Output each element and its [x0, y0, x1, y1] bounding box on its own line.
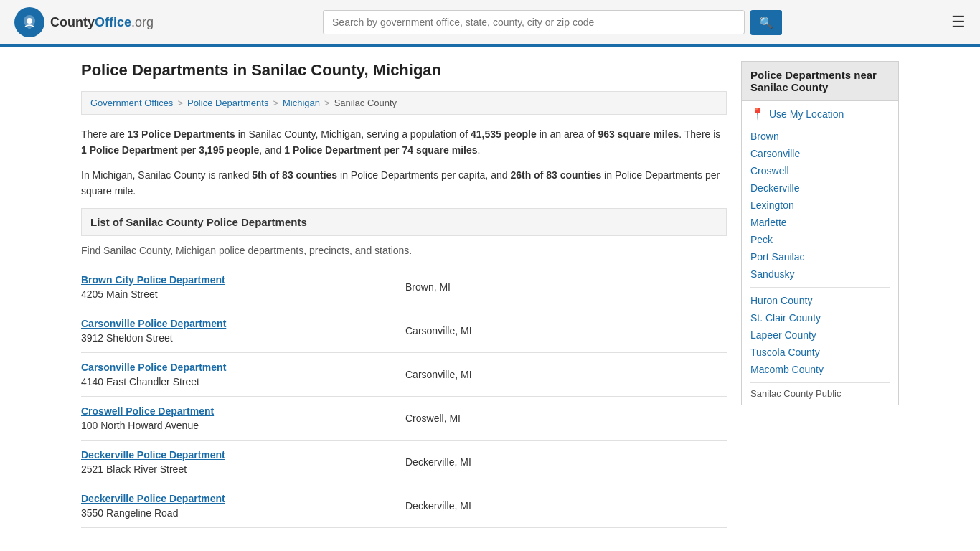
dept-entry: Croswell Police Department 100 North How…	[81, 397, 727, 441]
sidebar: Police Departments near Sanilac County 📍…	[741, 61, 899, 528]
breadcrumb-sep-3: >	[324, 98, 330, 108]
logo-office: Office	[95, 15, 131, 29]
dept-name-5[interactable]: Deckerville Police Department	[81, 493, 402, 504]
search-area: 🔍	[323, 10, 782, 35]
sidebar-link-port-sanilac[interactable]: Port Sanilac	[750, 248, 890, 265]
sidebar-link-brown[interactable]: Brown	[750, 128, 890, 145]
svg-point-1	[27, 18, 32, 24]
sidebar-link-st-clair-county[interactable]: St. Clair County	[750, 309, 890, 326]
sidebar-link-macomb-county[interactable]: Macomb County	[750, 361, 890, 378]
dept-city-0: Brown, MI	[405, 274, 727, 300]
logo-icon	[14, 7, 44, 37]
dept-entry: Deckerville Police Department 2521 Black…	[81, 441, 727, 484]
sidebar-content: 📍 Use My Location Brown Carsonville Cros…	[741, 101, 899, 405]
stat-rank-sqmile: 26th of 83 counties	[510, 169, 601, 181]
hamburger-icon: ☰	[951, 13, 966, 31]
sidebar-title-line1: Police Departments near	[750, 69, 877, 81]
menu-button[interactable]: ☰	[951, 13, 966, 32]
dept-name-0[interactable]: Brown City Police Department	[81, 274, 402, 286]
use-location-label: Use My Location	[769, 108, 844, 120]
sidebar-link-tuscola-county[interactable]: Tuscola County	[750, 344, 890, 361]
list-section-header: List of Sanilac County Police Department…	[81, 208, 727, 236]
sidebar-link-lexington[interactable]: Lexington	[750, 197, 890, 214]
page-title: Police Departments in Sanilac County, Mi…	[81, 61, 727, 80]
dept-address-3: 100 North Howard Avenue	[81, 420, 402, 431]
stat-per-person: 1 Police Department per 3,195 people	[81, 144, 259, 156]
main-container: Police Departments in Sanilac County, Mi…	[67, 47, 913, 542]
sidebar-bottom-label: Sanilac County Public	[750, 388, 841, 399]
dept-entry: Brown City Police Department 4205 Main S…	[81, 265, 727, 309]
use-my-location-link[interactable]: 📍 Use My Location	[750, 107, 890, 121]
stat-per-mile: 1 Police Department per 74 square miles	[284, 144, 477, 156]
dept-address-2: 4140 East Chandler Street	[81, 376, 402, 387]
dept-address-1: 3912 Sheldon Street	[81, 332, 402, 344]
dept-address-0: 4205 Main Street	[81, 288, 402, 300]
stat-rank-capita: 5th of 83 counties	[252, 169, 337, 181]
dept-address-4: 2521 Black River Street	[81, 463, 402, 475]
sidebar-link-marlette[interactable]: Marlette	[750, 214, 890, 231]
sidebar-divider-2	[750, 382, 890, 383]
logo-county: County	[50, 15, 95, 29]
dept-city-5: Deckerville, MI	[405, 493, 727, 519]
sidebar-link-peck[interactable]: Peck	[750, 231, 890, 248]
search-icon: 🔍	[759, 17, 773, 29]
sidebar-divider	[750, 287, 890, 288]
stat-count: 13 Police Departments	[128, 128, 235, 140]
logo-area: CountyOffice.org	[14, 7, 154, 37]
search-button[interactable]: 🔍	[750, 10, 782, 35]
dept-name-3[interactable]: Croswell Police Department	[81, 405, 402, 417]
dept-city-1: Carsonville, MI	[405, 318, 727, 344]
sidebar-link-croswell[interactable]: Croswell	[750, 162, 890, 179]
dept-name-1[interactable]: Carsonville Police Department	[81, 318, 402, 329]
dept-city-4: Deckerville, MI	[405, 449, 727, 475]
sidebar-link-lapeer-county[interactable]: Lapeer County	[750, 326, 890, 344]
dept-name-4[interactable]: Deckerville Police Department	[81, 449, 402, 461]
sidebar-link-huron-county[interactable]: Huron County	[750, 292, 890, 309]
list-description: Find Sanilac County, Michigan police dep…	[81, 236, 727, 265]
dept-city-2: Carsonville, MI	[405, 362, 727, 387]
sidebar-title: Police Departments near Sanilac County	[741, 61, 899, 101]
stat-population: 41,535 people	[471, 128, 537, 140]
dept-entry: Carsonville Police Department 4140 East …	[81, 353, 727, 397]
description-2: In Michigan, Sanilac County is ranked 5t…	[81, 167, 727, 199]
breadcrumb-sep-2: >	[273, 98, 278, 108]
sidebar-link-carsonville[interactable]: Carsonville	[750, 145, 890, 162]
breadcrumb-michigan[interactable]: Michigan	[283, 98, 320, 108]
dept-city-3: Croswell, MI	[405, 405, 727, 431]
dept-entry: Deckerville Police Department 3550 Range…	[81, 484, 727, 528]
breadcrumb-police-depts[interactable]: Police Departments	[187, 98, 268, 108]
dept-address-5: 3550 Rangeline Road	[81, 507, 402, 519]
logo-text: CountyOffice.org	[50, 15, 154, 30]
breadcrumb-sanilac: Sanilac County	[334, 98, 397, 108]
logo-domain: .org	[131, 15, 154, 29]
sidebar-title-line2: Sanilac County	[750, 81, 828, 93]
list-header-text: List of Sanilac County Police Department…	[90, 216, 307, 228]
search-input[interactable]	[323, 10, 745, 34]
location-pin-icon: 📍	[750, 107, 765, 121]
stat-area: 963 square miles	[598, 128, 679, 140]
description-1: There are 13 Police Departments in Sanil…	[81, 126, 727, 159]
sidebar-link-sandusky[interactable]: Sandusky	[750, 265, 890, 283]
breadcrumb-gov-offices[interactable]: Government Offices	[90, 98, 173, 108]
sidebar-link-deckerville[interactable]: Deckerville	[750, 179, 890, 197]
dept-entry: Carsonville Police Department 3912 Sheld…	[81, 309, 727, 353]
site-header: CountyOffice.org 🔍 ☰	[0, 0, 980, 47]
breadcrumb: Government Offices > Police Departments …	[81, 91, 727, 115]
breadcrumb-sep-1: >	[177, 98, 183, 108]
main-content: Police Departments in Sanilac County, Mi…	[81, 61, 727, 528]
dept-name-2[interactable]: Carsonville Police Department	[81, 362, 402, 373]
